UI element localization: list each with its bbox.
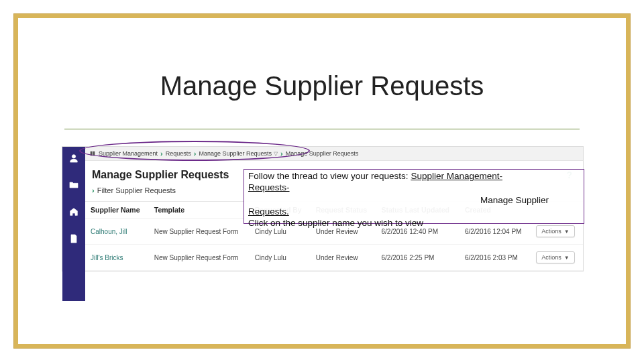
title-divider (64, 129, 580, 129)
breadcrumb-item-supplier-management[interactable]: Supplier Management (99, 150, 158, 157)
page-heading: Manage Supplier Requests (92, 169, 229, 181)
chevron-right-icon: › (280, 149, 283, 158)
cell-template: New Supplier Request Form (149, 245, 250, 271)
caret-down-icon: ▼ (564, 229, 570, 235)
slide-title: Manage Supplier Requests (0, 71, 644, 101)
cell-status-updated: 6/2/2016 2:25 PM (376, 245, 460, 271)
supplier-link[interactable]: Jill's Bricks (85, 245, 149, 271)
chevron-right-icon: › (160, 149, 163, 158)
instruction-callout: Follow the thread to view your requests:… (244, 169, 584, 224)
breadcrumb-home-icon[interactable] (89, 150, 96, 157)
nav-paper-icon[interactable] (66, 231, 81, 246)
nav-person-icon[interactable] (66, 151, 81, 166)
actions-label: Actions (541, 228, 561, 235)
callout-link-2: Requests- (248, 182, 290, 192)
supplier-link[interactable]: Calhoun, Jill (85, 219, 149, 245)
callout-text-ms: Manage Supplier (480, 195, 549, 205)
breadcrumb-item-manage-supplier-requests[interactable]: Manage Supplier Requests (199, 150, 272, 157)
left-nav (62, 147, 85, 301)
cell-created: 6/2/2016 2:03 PM (460, 245, 531, 271)
callout-link-1: Supplier Management- (411, 171, 502, 181)
filter-label: Filter Supplier Requests (97, 186, 176, 194)
callout-text-4: Click on the supplier name you wish to v… (248, 218, 423, 228)
callout-text-1: Follow the thread to view your requests: (248, 171, 411, 181)
chevron-right-icon: › (194, 149, 197, 158)
breadcrumb-item-requests[interactable]: Requests (166, 150, 191, 157)
caret-down-icon: ▼ (564, 255, 570, 261)
col-template[interactable]: Template (149, 202, 250, 219)
svg-rect-3 (72, 239, 74, 240)
table-row: Jill's Bricks New Supplier Request Form … (85, 245, 583, 271)
chevron-right-icon: › (92, 186, 95, 194)
nav-folder-icon[interactable] (66, 178, 81, 192)
col-supplier-name[interactable]: Supplier Name (85, 202, 149, 219)
cell-requested-by: Cindy Lulu (250, 245, 311, 271)
breadcrumb-item-current: Manage Supplier Requests (286, 150, 359, 157)
nav-building-icon[interactable] (66, 204, 81, 219)
chevron-down-icon[interactable]: ▽ (274, 151, 278, 157)
cell-template: New Supplier Request Form (149, 219, 250, 245)
cell-status: Under Review (311, 245, 376, 271)
actions-button[interactable]: Actions ▼ (536, 251, 574, 263)
actions-label: Actions (541, 254, 561, 261)
svg-point-0 (72, 155, 75, 158)
breadcrumb: Supplier Management › Requests › Manage … (85, 147, 583, 161)
svg-rect-1 (72, 237, 75, 237)
callout-link-3: Requests. (248, 206, 289, 217)
svg-rect-2 (72, 238, 75, 239)
